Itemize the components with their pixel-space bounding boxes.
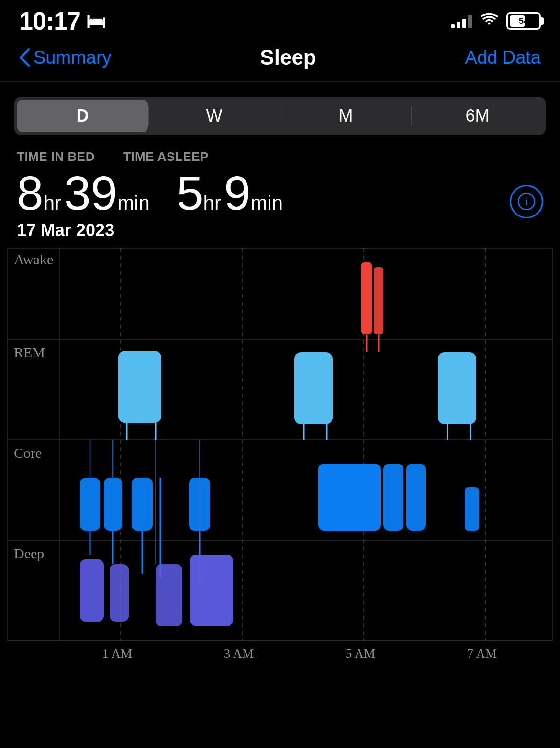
time-in-bed-hr-unit: hr	[44, 192, 61, 218]
svg-text:Core: Core	[14, 445, 42, 461]
time-in-bed-minutes: 39	[64, 169, 117, 217]
svg-rect-30	[118, 351, 161, 423]
period-month[interactable]: M	[280, 100, 411, 132]
stats-values-row: 8 hr 39 min 5 hr 9 min i	[17, 169, 543, 218]
svg-text:Deep: Deep	[14, 545, 44, 561]
svg-rect-33	[294, 352, 333, 424]
add-data-button[interactable]: Add Data	[465, 47, 541, 68]
battery-icon: 54	[506, 12, 541, 30]
status-right: 54	[451, 12, 541, 30]
svg-rect-36	[438, 352, 476, 424]
svg-rect-28	[406, 464, 426, 531]
time-asleep-value: 5 hr 9 min	[177, 169, 286, 218]
time-asleep-minutes: 9	[224, 169, 251, 217]
page-title: Sleep	[260, 45, 316, 69]
time-in-bed-value: 8 hr 39 min	[17, 169, 153, 218]
svg-text:3 AM: 3 AM	[224, 646, 254, 661]
period-day[interactable]: D	[17, 100, 148, 132]
time-in-bed-hours: 8	[17, 169, 44, 217]
svg-text:REM: REM	[14, 344, 45, 360]
svg-rect-21	[132, 478, 153, 531]
svg-text:Awake: Awake	[14, 251, 53, 267]
svg-rect-39	[80, 559, 104, 622]
status-time: 10:17 🛏	[19, 7, 105, 35]
svg-text:7 AM: 7 AM	[467, 646, 497, 661]
time-in-bed-label: TIME IN BED	[17, 149, 95, 164]
svg-text:5 AM: 5 AM	[346, 646, 375, 661]
svg-rect-44	[374, 267, 383, 334]
svg-rect-29	[465, 487, 479, 531]
time-in-bed-min-unit: min	[117, 192, 150, 218]
battery-indicator: 54	[506, 12, 541, 30]
period-selector: D W M 6M	[14, 97, 546, 135]
time-asleep-label: TIME ASLEEP	[123, 149, 209, 164]
stats-section: TIME IN BED TIME ASLEEP 8 hr 39 min 5 hr…	[0, 145, 560, 240]
sleep-chart: Awake REM Core Deep	[7, 248, 553, 665]
info-button[interactable]: i	[510, 185, 543, 218]
period-6month[interactable]: 6M	[412, 100, 543, 132]
date-label: 17 Mar 2023	[17, 220, 543, 240]
time-display: 10:17	[19, 7, 80, 35]
bed-icon: 🛏	[86, 11, 105, 32]
svg-rect-27	[383, 464, 403, 531]
svg-rect-41	[156, 564, 182, 626]
status-bar: 10:17 🛏 54	[0, 0, 560, 38]
svg-rect-19	[104, 478, 122, 531]
time-asleep-hr-unit: hr	[203, 192, 221, 218]
svg-rect-26	[318, 464, 381, 531]
svg-text:i: i	[525, 195, 528, 208]
period-week[interactable]: W	[149, 100, 280, 132]
signal-icon	[451, 14, 472, 28]
svg-rect-40	[110, 564, 129, 622]
sleep-chart-svg: Awake REM Core Deep	[7, 248, 553, 665]
battery-level: 54	[519, 16, 528, 26]
back-label: Summary	[34, 47, 112, 68]
time-asleep-min-unit: min	[251, 192, 283, 218]
svg-text:1 AM: 1 AM	[102, 646, 132, 661]
nav-bar: Summary Sleep Add Data	[0, 38, 560, 81]
wifi-icon	[481, 13, 498, 30]
nav-divider	[0, 81, 560, 82]
svg-rect-42	[190, 555, 233, 626]
svg-rect-43	[361, 262, 372, 334]
back-button[interactable]: Summary	[19, 47, 112, 68]
stats-labels: TIME IN BED TIME ASLEEP	[17, 149, 543, 164]
time-asleep-hours: 5	[177, 169, 203, 217]
svg-rect-17	[80, 478, 100, 531]
